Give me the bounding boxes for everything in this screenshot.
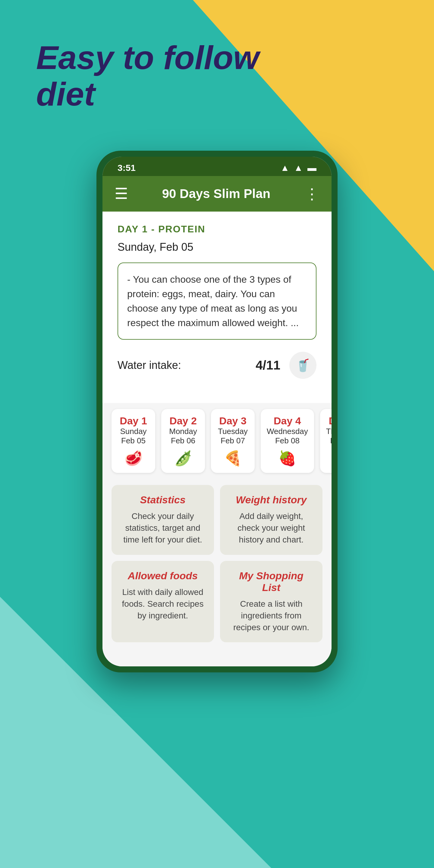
feature-card-title: Weight history <box>229 494 313 506</box>
feature-card-0[interactable]: Statistics Check your daily statistics, … <box>112 485 214 555</box>
feature-card-3[interactable]: My Shopping List Create a list with ingr… <box>220 561 322 643</box>
day-card-number: Day 2 <box>167 415 199 427</box>
day-card-date: Feb 09 <box>326 436 332 445</box>
feature-card-title: My Shopping List <box>229 570 313 593</box>
day-card-weekday: Sunday <box>118 427 149 436</box>
water-intake-row: Water intake: 4/11 🥤 <box>118 352 316 379</box>
day-card-weekday: Thursday <box>326 427 332 436</box>
feature-card-description: Create a list with ingredients from reci… <box>229 598 313 633</box>
description-box: - You can choose one of the 3 types of p… <box>118 262 316 340</box>
day-card-date: Feb 05 <box>118 436 149 445</box>
day-card[interactable]: Day 4 Wednesday Feb 08 🍓 <box>261 409 314 473</box>
day-card-number: Day 1 <box>118 415 149 427</box>
app-bar: ☰ 90 Days Slim Plan ⋮ <box>102 176 332 212</box>
status-bar: 3:51 ▲ ▲ ▬ <box>102 157 332 176</box>
day-cards-row: Day 1 Sunday Feb 05 🥩 Day 2 Monday Feb 0… <box>102 403 332 479</box>
day-card-date: Feb 06 <box>167 436 199 445</box>
hero-title: Easy to follow diet <box>36 39 277 112</box>
water-cup-button[interactable]: 🥤 <box>289 352 316 379</box>
day-card-food-icon: 🥩 <box>326 450 332 467</box>
day-card-number: Day 3 <box>217 415 249 427</box>
day-card[interactable]: Day 1 Sunday Feb 05 🥩 <box>112 409 155 473</box>
day-card-date: Feb 08 <box>267 436 308 445</box>
feature-card-description: Add daily weight, check your weight hist… <box>229 510 313 546</box>
wifi-icon: ▲ <box>281 163 290 173</box>
cup-icon: 🥤 <box>296 358 310 373</box>
water-label: Water intake: <box>118 359 247 372</box>
description-text: - You can choose one of the 3 types of p… <box>127 272 307 330</box>
app-bar-title: 90 Days Slim Plan <box>162 187 271 201</box>
day-card-number: Day 5 <box>326 415 332 427</box>
day-card[interactable]: Day 3 Tuesday Feb 07 🍕 <box>211 409 255 473</box>
more-vertical-icon[interactable]: ⋮ <box>304 185 319 203</box>
feature-card-1[interactable]: Weight history Add daily weight, check y… <box>220 485 322 555</box>
day-card-number: Day 4 <box>267 415 308 427</box>
signal-icon: ▲ <box>294 163 303 173</box>
hamburger-icon[interactable]: ☰ <box>115 185 128 203</box>
day-card-food-icon: 🥩 <box>118 450 149 467</box>
battery-icon: ▬ <box>307 163 316 173</box>
bottom-space <box>102 648 332 666</box>
day-card-date: Feb 07 <box>217 436 249 445</box>
main-content: DAY 1 - PROTEIN Sunday, Feb 05 - You can… <box>102 212 332 403</box>
water-count: 4/11 <box>255 358 280 373</box>
feature-card-description: Check your daily statistics, target and … <box>121 510 205 546</box>
feature-card-title: Allowed foods <box>121 570 205 582</box>
feature-card-title: Statistics <box>121 494 205 506</box>
day-card[interactable]: Day 5 Thursday Feb 09 🥩 <box>320 409 332 473</box>
day-card-food-icon: 🍓 <box>267 450 308 467</box>
day-card-food-icon: 🫛 <box>167 450 199 467</box>
feature-card-2[interactable]: Allowed foods List with daily allowed fo… <box>112 561 214 643</box>
status-icons: ▲ ▲ ▬ <box>281 163 316 173</box>
phone-frame: 3:51 ▲ ▲ ▬ ☰ 90 Days Slim Plan ⋮ DAY 1 -… <box>96 151 338 673</box>
phone-screen: 3:51 ▲ ▲ ▬ ☰ 90 Days Slim Plan ⋮ DAY 1 -… <box>102 157 332 666</box>
feature-grid: Statistics Check your daily statistics, … <box>102 479 332 648</box>
phone-wrapper: 3:51 ▲ ▲ ▬ ☰ 90 Days Slim Plan ⋮ DAY 1 -… <box>60 151 374 673</box>
feature-card-description: List with daily allowed foods. Search re… <box>121 586 205 622</box>
day-title: DAY 1 - PROTEIN <box>118 224 316 235</box>
date-display: Sunday, Feb 05 <box>118 241 316 253</box>
day-card-weekday: Wednesday <box>267 427 308 436</box>
day-card-food-icon: 🍕 <box>217 450 249 467</box>
day-card[interactable]: Day 2 Monday Feb 06 🫛 <box>161 409 205 473</box>
day-card-weekday: Monday <box>167 427 199 436</box>
day-card-weekday: Tuesday <box>217 427 249 436</box>
status-time: 3:51 <box>118 163 135 173</box>
